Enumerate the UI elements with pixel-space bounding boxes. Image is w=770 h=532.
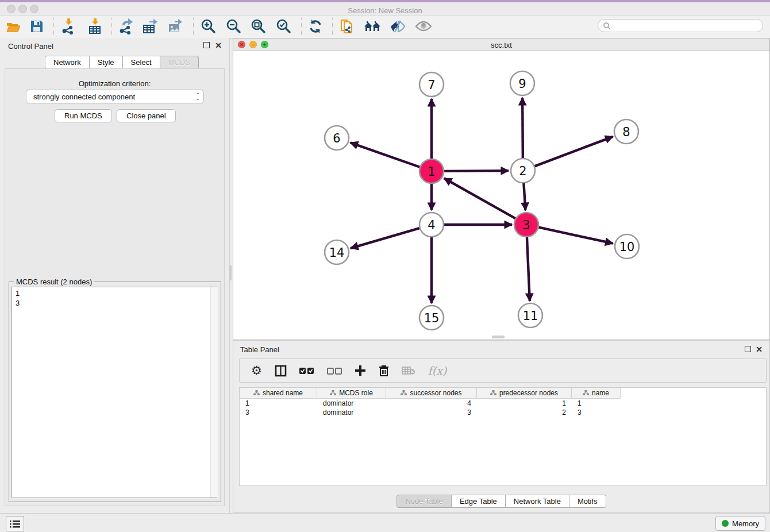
graph-edge-2-3[interactable] (523, 183, 525, 210)
column-label: shared name (263, 389, 303, 397)
optimization-criterion-label: Optimization criterion: (5, 79, 224, 88)
table-cell[interactable]: dominator (317, 399, 386, 408)
zoom-out-icon[interactable] (224, 17, 243, 36)
tab-style[interactable]: Style (90, 56, 123, 69)
table-cell[interactable]: 3 (572, 408, 621, 417)
toolbar-separator (111, 18, 112, 35)
graph-edge-3-1[interactable] (444, 178, 516, 218)
close-panel-icon[interactable]: ✕ (215, 42, 222, 49)
memory-button[interactable]: Memory (715, 516, 765, 531)
mcds-result-title: MCDS result (2 nodes) (14, 277, 94, 286)
column-label: MCDS role (339, 389, 373, 397)
graph-edge-2-8[interactable] (534, 137, 613, 167)
zoom-in-icon[interactable] (198, 17, 218, 36)
control-panel-tabs: Network Style Select MCDS (45, 56, 199, 69)
tab-mcds[interactable]: MCDS (160, 56, 199, 69)
graph-node-label: 6 (333, 132, 340, 145)
column-label: name (592, 389, 609, 397)
clone-network-icon[interactable] (338, 17, 357, 36)
node-table[interactable]: shared nameMCDS rolesuccessor nodesprede… (239, 387, 767, 486)
table-cell[interactable]: dominator (317, 408, 386, 417)
task-history-button[interactable] (6, 516, 24, 531)
tab-motifs[interactable]: Motifs (569, 495, 606, 508)
graph-edge-2-9[interactable] (522, 98, 523, 159)
delete-columns-icon[interactable] (379, 365, 389, 377)
column-header-shared-name[interactable]: shared name (240, 388, 317, 399)
refresh-icon[interactable] (306, 17, 325, 36)
search-box[interactable] (598, 19, 763, 32)
toolbar-separator (53, 18, 54, 35)
tab-edge-table[interactable]: Edge Table (452, 495, 506, 508)
app-titlebar: Session: New Session (0, 0, 770, 16)
column-header-name[interactable]: name (572, 388, 621, 399)
graph-edge-1-6[interactable] (351, 142, 421, 167)
column-label: successor nodes (410, 389, 461, 397)
table-float-icon[interactable] (745, 346, 751, 353)
show-all-eye-icon[interactable] (414, 17, 433, 36)
table-cell[interactable]: 2 (477, 408, 572, 417)
graph-node-label: 1 (428, 165, 435, 179)
open-file-icon[interactable] (3, 17, 23, 36)
export-network-icon[interactable] (116, 17, 136, 36)
column-header-predecessor-nodes[interactable]: predecessor nodes (477, 388, 572, 399)
hide-selected-eye-icon[interactable] (388, 17, 407, 36)
add-column-icon[interactable] (355, 365, 366, 376)
column-header-MCDS-role[interactable]: MCDS role (317, 388, 386, 399)
graph-edge-3-11[interactable] (527, 237, 530, 301)
function-builder-icon[interactable]: f(x) (428, 364, 447, 377)
table-cell[interactable]: 3 (386, 408, 477, 417)
table-settings-icon[interactable]: ⚙ (251, 364, 262, 377)
mcds-result-text[interactable]: 1 3 (11, 287, 217, 498)
table-row[interactable]: 1dominator411 (240, 399, 766, 408)
table-cell[interactable]: 3 (240, 408, 317, 417)
first-neighbors-icon[interactable] (363, 17, 383, 36)
tab-network[interactable]: Network (45, 56, 90, 69)
graph-edge-1-2[interactable] (444, 171, 509, 171)
tab-node-table[interactable]: Node Table (396, 495, 452, 508)
delete-table-icon[interactable] (402, 366, 415, 375)
select-all-columns-icon[interactable] (299, 367, 314, 375)
run-mcds-button[interactable]: Run MCDS (55, 109, 112, 122)
graph-edge-4-14[interactable] (351, 228, 420, 248)
table-cell[interactable]: 4 (386, 399, 477, 408)
graph-edge-3-10[interactable] (538, 227, 613, 243)
search-input[interactable] (611, 20, 763, 32)
memory-status-icon (722, 520, 729, 527)
table-close-icon[interactable]: ✕ (756, 346, 763, 353)
table-cell[interactable]: 1 (240, 399, 317, 408)
unselect-all-columns-icon[interactable] (327, 367, 342, 375)
canvas-scroll-handle[interactable] (492, 336, 505, 338)
split-pane-handle[interactable] (229, 265, 232, 280)
close-panel-button[interactable]: Close panel (117, 109, 176, 122)
control-panel-title: Control Panel (8, 42, 53, 51)
split-columns-icon[interactable] (275, 365, 287, 377)
graph-node-label: 9 (518, 77, 526, 91)
table-panel-title: Table Panel (240, 345, 279, 354)
save-session-icon[interactable] (27, 17, 47, 36)
table-row[interactable]: 3dominator323 (240, 408, 766, 417)
select-chevrons-icon: ⌃⌄ (195, 93, 200, 100)
column-header-successor-nodes[interactable]: successor nodes (386, 388, 477, 399)
table-panel: Table Panel ✕ ⚙ f(x) shared nameMCDS rol… (233, 340, 770, 513)
table-cell[interactable]: 1 (477, 399, 572, 408)
table-cell[interactable]: 1 (572, 399, 621, 408)
mcds-result-scrollbar[interactable] (210, 287, 218, 498)
export-table-icon[interactable] (140, 17, 160, 36)
network-canvas[interactable]: 7968124314101511 (233, 51, 769, 340)
toolbar-separator (193, 18, 194, 35)
import-table-icon[interactable] (85, 17, 105, 36)
optimization-criterion-select[interactable]: strongly connected component ⌃⌄ (26, 90, 204, 103)
mcds-panel-body: Optimization criterion: strongly connect… (5, 68, 225, 506)
tab-select[interactable]: Select (123, 56, 160, 69)
tab-network-table[interactable]: Network Table (506, 495, 569, 508)
float-panel-icon[interactable] (203, 42, 210, 49)
status-bar: Memory (0, 513, 770, 532)
zoom-fit-icon[interactable] (248, 17, 268, 36)
table-body: 1dominator4113dominator323 (240, 399, 766, 417)
optimization-criterion-value: strongly connected component (33, 92, 135, 101)
window-title: Session: New Session (0, 6, 770, 15)
graph-node-label: 3 (522, 218, 530, 232)
import-network-icon[interactable] (59, 17, 78, 36)
zoom-selected-icon[interactable] (274, 17, 293, 36)
export-image-icon[interactable] (165, 17, 185, 36)
